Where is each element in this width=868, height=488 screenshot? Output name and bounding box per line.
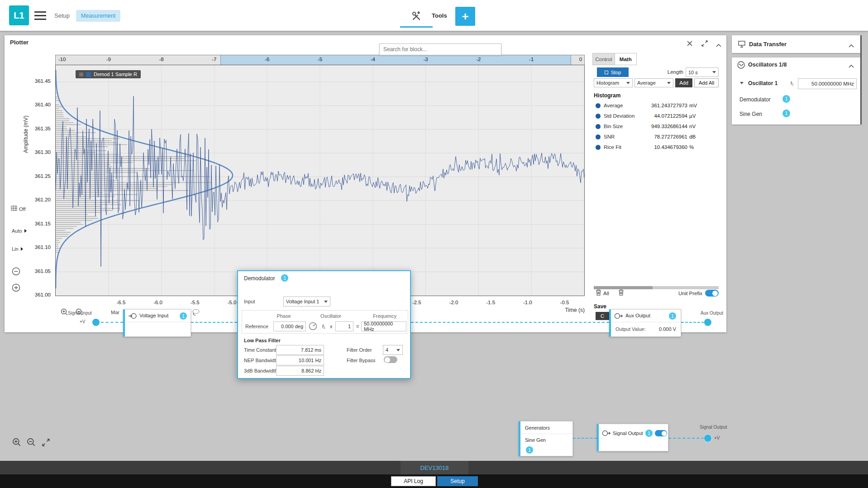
phase-icon[interactable] xyxy=(309,322,317,332)
expand-icon[interactable] xyxy=(701,40,708,48)
clear-all-button[interactable]: All xyxy=(596,289,609,297)
canvas-zoom-out-icon[interactable] xyxy=(26,437,36,448)
item-label: Demodulator xyxy=(739,96,771,103)
legend-drag-handle[interactable] xyxy=(79,72,83,77)
threedb-bandwidth-input[interactable]: 8.862 Hz xyxy=(276,366,324,376)
aux-output-block[interactable]: Aux Output 1 Output Value: 0.000 V xyxy=(609,309,681,337)
y-tick-label: 361.25 xyxy=(35,173,51,179)
device-tab[interactable]: DEV13018 xyxy=(401,461,468,474)
data-transfer-header[interactable]: Data Transfer xyxy=(732,35,860,53)
search-input[interactable] xyxy=(379,43,501,55)
tab-control[interactable]: Control xyxy=(592,53,615,65)
zoom-in-y-icon[interactable] xyxy=(12,283,20,293)
tab-setup[interactable]: Setup xyxy=(54,12,70,19)
scrollbar-thumb[interactable] xyxy=(594,286,653,289)
add-all-button[interactable]: Add All xyxy=(694,78,719,87)
tools-icon-button[interactable] xyxy=(406,7,427,26)
block-header: Voltage Input 1 xyxy=(125,310,191,322)
flyout-arrow-icon xyxy=(24,229,27,233)
nep-bandwidth-input[interactable]: 10.001 Hz xyxy=(276,355,324,365)
generators-block[interactable]: Generators Sine Gen 1 xyxy=(519,421,573,456)
voltage-input-block[interactable]: Voltage Input 1 xyxy=(123,309,191,337)
stop-button[interactable]: Stop xyxy=(597,67,629,77)
add-block-button[interactable]: + xyxy=(455,7,475,26)
time-constant-label: Time Constant xyxy=(244,347,276,353)
series-color-dot[interactable] xyxy=(596,134,601,139)
series-color-dot[interactable] xyxy=(596,145,601,150)
save-section-title: Save xyxy=(594,303,606,310)
app-logo[interactable]: L1 xyxy=(9,5,29,25)
caret-down-icon xyxy=(667,82,671,84)
chevron-up-icon[interactable] xyxy=(849,43,854,49)
overview-tick-label: -6 xyxy=(265,57,269,62)
menu-icon[interactable] xyxy=(34,11,46,20)
close-icon[interactable] xyxy=(687,41,692,48)
caret-down-icon xyxy=(396,349,400,351)
sidebar-scroll-divider[interactable] xyxy=(860,35,862,124)
tab-math[interactable]: Math xyxy=(615,53,637,65)
chevron-up-icon[interactable] xyxy=(849,63,854,69)
canvas-fit-icon[interactable] xyxy=(42,438,50,448)
series-color-dot[interactable] xyxy=(596,124,601,129)
zoom-out-y-icon[interactable] xyxy=(12,267,20,277)
y-tick-label: 361.10 xyxy=(35,244,51,250)
oscillator-row: Oscillator 1 f₁ 50.00000000 MHz xyxy=(732,76,860,89)
signal-output-port[interactable] xyxy=(704,435,711,442)
aux-output-port[interactable] xyxy=(704,319,711,326)
caret-down-icon[interactable] xyxy=(740,82,744,84)
filter-order-select[interactable]: 4 xyxy=(383,345,403,355)
overview-axis[interactable]: -10-9-8-7-6-5-4-3-2-10 xyxy=(55,55,585,65)
scale-lin-control[interactable]: Lin xyxy=(12,246,23,252)
signal-output-block[interactable]: Signal Output 1 xyxy=(597,424,668,451)
length-select[interactable]: 10 s xyxy=(686,67,719,77)
count-badge: 1 xyxy=(645,430,653,437)
marker-tool-label[interactable]: Mar xyxy=(111,310,119,315)
setup-button[interactable]: Setup xyxy=(437,476,478,486)
auto-scale-label: Auto xyxy=(12,228,22,234)
histogram-scrollbar[interactable] xyxy=(594,286,719,289)
series-color-dot[interactable] xyxy=(596,103,601,108)
add-button[interactable]: Add xyxy=(675,78,692,87)
series-color-dot[interactable] xyxy=(596,114,601,119)
frequency-input[interactable]: 50.00000000 MHz xyxy=(361,321,406,331)
mode-select[interactable]: Histogram xyxy=(594,78,633,87)
length-label: Length xyxy=(661,69,683,75)
x-tick-label: -2.5 xyxy=(412,300,421,305)
copy-button[interactable]: C xyxy=(596,312,609,320)
stat-row: Average 361.243727973 mV xyxy=(594,101,720,111)
toggle-knob xyxy=(385,357,390,363)
collapse-icon[interactable] xyxy=(716,42,721,48)
demod-input-select[interactable]: Voltage Input 1 xyxy=(283,297,330,306)
plot-area[interactable]: Demod 1 Sample R xyxy=(55,65,585,296)
delete-selected-button[interactable] xyxy=(618,289,624,297)
multiplier-input[interactable]: 1 xyxy=(335,321,353,331)
device-bar: DEV13018 xyxy=(0,461,868,474)
legend-series-swatch xyxy=(86,72,91,77)
stat-label: Average xyxy=(604,103,623,108)
tab-measurement[interactable]: Measurement xyxy=(76,10,120,22)
oscillator-frequency-input[interactable]: 50.00000000 MHz xyxy=(798,78,857,89)
y-tick-label: 361.00 xyxy=(35,292,51,297)
reference-phase-input[interactable]: 0.000 deg xyxy=(273,321,306,331)
plot-zoom-in-icon[interactable] xyxy=(60,308,68,317)
signal-input-label: Signal Input xyxy=(68,311,92,316)
grid-toggle[interactable]: Off xyxy=(11,206,25,212)
signal-input-port[interactable] xyxy=(92,319,100,326)
canvas-zoom-in-icon[interactable] xyxy=(12,437,21,448)
signal-output-toggle[interactable] xyxy=(655,430,667,436)
chart-legend[interactable]: Demod 1 Sample R xyxy=(76,70,141,78)
unit-prefix-toggle[interactable] xyxy=(705,290,719,297)
aggregation-select[interactable]: Average xyxy=(634,78,673,87)
api-log-button[interactable]: API Log xyxy=(391,476,436,486)
time-constant-input[interactable]: 7.812 ms xyxy=(276,345,324,355)
output-value-label: Output Value: xyxy=(615,326,645,332)
generators-item-sine-gen[interactable]: Sine Gen xyxy=(525,437,546,443)
oscillators-header[interactable]: Oscillators 1/8 xyxy=(732,57,860,72)
x-tick-label: -0.5 xyxy=(560,300,569,305)
scale-auto-control[interactable]: Auto xyxy=(12,228,27,234)
stat-value: 44.072122594 xyxy=(637,113,687,119)
sidebar-item-demodulator[interactable]: Demodulator 1 xyxy=(732,93,860,106)
lasso-tool-icon[interactable] xyxy=(192,309,200,317)
sidebar-item-sine-gen[interactable]: Sine Gen 1 xyxy=(732,107,860,121)
filter-bypass-toggle[interactable] xyxy=(384,356,397,363)
